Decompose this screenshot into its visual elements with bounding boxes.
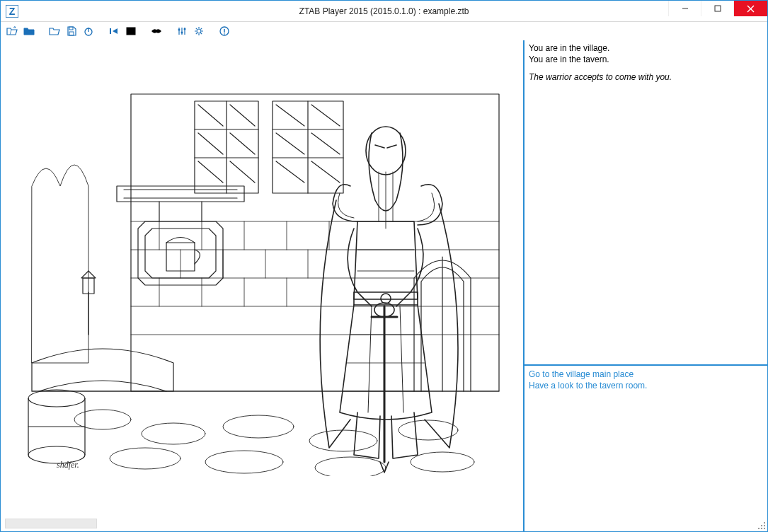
svg-point-29 (224, 33, 225, 35)
fullscreen-icon[interactable] (124, 24, 138, 38)
narration-line: You are in the tavern. (529, 54, 763, 66)
svg-rect-69 (761, 525, 762, 526)
status-slot (5, 519, 97, 528)
svg-rect-70 (764, 525, 765, 526)
close-button[interactable] (733, 1, 767, 16)
svg-point-16 (181, 32, 183, 34)
folder-icon[interactable] (22, 24, 36, 38)
open-file-icon[interactable] (47, 24, 62, 38)
minimize-button[interactable] (668, 1, 701, 16)
svg-point-52 (315, 457, 386, 476)
app-icon: Z (5, 4, 19, 18)
svg-point-50 (110, 448, 180, 469)
svg-rect-71 (758, 528, 760, 529)
scene-pane: shdfer. (1, 40, 523, 531)
text-pane: You are in the village. You are in the t… (523, 40, 767, 531)
toolbar (1, 22, 767, 40)
svg-rect-72 (761, 528, 762, 529)
power-icon[interactable] (81, 24, 96, 38)
resize-grip-icon[interactable] (758, 522, 767, 531)
narration-line: You are in the village. (529, 43, 763, 54)
choice-link[interactable]: Have a look to the tavern room. (529, 380, 763, 391)
svg-rect-3 (715, 6, 721, 11)
svg-rect-68 (764, 522, 765, 524)
narration-emphasis: The warrior accepts to come with you. (529, 72, 763, 83)
maximize-button[interactable] (701, 1, 733, 16)
svg-line-26 (201, 28, 202, 29)
svg-point-56 (28, 390, 85, 407)
svg-point-53 (411, 452, 474, 472)
mask-icon[interactable] (149, 24, 164, 38)
svg-rect-7 (69, 32, 74, 35)
scene-illustration: shdfer. (18, 80, 506, 476)
svg-text:shdfer.: shdfer. (57, 460, 79, 470)
svg-rect-73 (764, 528, 765, 529)
main-area: shdfer. You are in the village. You are … (1, 40, 767, 531)
window-controls (668, 1, 767, 21)
svg-point-47 (223, 415, 294, 438)
save-icon[interactable] (64, 24, 79, 38)
titlebar: Z ZTAB Player 2015 (2015.0.1.0) : exampl… (1, 1, 767, 22)
svg-text:Z: Z (9, 6, 16, 17)
window-title: ZTAB Player 2015 (2015.0.1.0) : example.… (299, 6, 469, 16)
open-folder-icon[interactable] (5, 24, 19, 38)
svg-line-23 (196, 28, 197, 29)
svg-line-25 (196, 33, 197, 34)
svg-point-48 (309, 430, 377, 451)
choice-link[interactable]: Go to the village main place (529, 369, 763, 380)
svg-point-64 (381, 294, 391, 303)
narration-box: You are in the village. You are in the t… (524, 40, 767, 365)
svg-rect-10 (110, 28, 111, 34)
svg-point-15 (178, 29, 180, 31)
svg-rect-11 (127, 28, 135, 35)
settings-icon[interactable] (192, 24, 206, 38)
svg-point-18 (197, 29, 201, 33)
scene-image-area: shdfer. (1, 40, 523, 516)
rewind-icon[interactable] (107, 24, 121, 38)
svg-point-51 (205, 451, 283, 473)
svg-line-24 (201, 33, 202, 34)
equalizer-icon[interactable] (175, 24, 189, 38)
svg-point-46 (142, 423, 205, 444)
choices-box: Go to the village main place Have a look… (524, 365, 767, 531)
status-bar (1, 516, 523, 531)
svg-point-17 (184, 28, 186, 30)
svg-rect-59 (117, 186, 244, 202)
info-icon[interactable] (217, 24, 231, 38)
